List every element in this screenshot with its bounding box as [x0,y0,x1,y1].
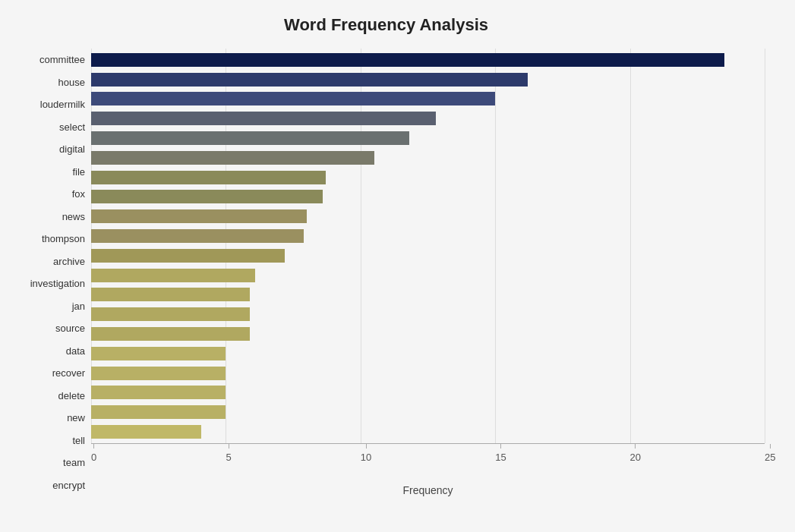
bar-house [91,73,528,87]
y-label-jan: jan [72,296,85,316]
x-tick-15: 15 [495,444,506,463]
bar-row-committee [91,52,765,68]
bar-committee [91,53,724,67]
bar-row-team [91,404,765,420]
x-tick-10: 10 [361,444,371,463]
bar-fox [91,171,326,184]
y-label-investigation: investigation [30,274,85,294]
bar-row-select [91,110,765,127]
bar-row-loudermilk [91,90,765,107]
y-label-news: news [62,206,85,226]
x-tick-5: 5 [226,444,231,463]
y-label-team: team [63,453,85,473]
x-tick-label-5: 5 [226,452,231,463]
bar-file [91,151,374,165]
bar-row-archive [91,228,765,244]
bar-tell [91,386,226,399]
bar-data [91,307,250,321]
y-label-source: source [55,319,85,338]
chart-area: committeehouseloudermilkselectdigitalfil… [8,49,765,496]
y-label-thompson: thompson [42,229,85,249]
bar-recover [91,327,250,341]
bar-investigation [91,249,285,263]
bar-row-investigation [91,247,765,264]
bar-encrypt [91,425,201,439]
y-label-data: data [66,341,85,360]
bar-row-file [91,150,765,166]
y-label-fox: fox [72,184,85,204]
y-label-recover: recover [52,364,85,383]
bar-row-encrypt [91,423,765,440]
x-tick-label-25: 25 [765,452,775,463]
y-label-tell: tell [72,430,85,450]
x-tick-line [366,444,367,449]
y-label-house: house [58,72,85,92]
bar-row-recover [91,326,765,342]
y-label-archive: archive [53,251,85,271]
x-tick-0: 0 [91,444,96,463]
bar-row-digital [91,130,765,146]
bar-row-source [91,286,765,303]
bars-and-xaxis: 0510152025 Frequency [91,49,765,496]
x-tick-label-0: 0 [91,452,96,463]
grid-line [765,49,765,443]
bars-section [91,49,765,443]
y-label-committee: committee [39,50,85,70]
bar-row-news [91,188,765,205]
x-tick-25: 25 [765,444,775,463]
bar-team [91,405,226,419]
y-label-file: file [72,162,85,181]
x-tick-line [229,444,229,449]
bar-row-tell [91,384,765,401]
bars-list [91,49,765,443]
y-label-encrypt: encrypt [52,475,85,495]
x-tick-label-10: 10 [361,452,371,463]
bar-row-jan [91,267,765,284]
x-tick-line [635,444,636,449]
y-label-loudermilk: loudermilk [40,95,85,115]
x-axis-title: Frequency [91,484,765,496]
x-tick-label-20: 20 [630,452,641,463]
bar-row-house [91,71,765,88]
bar-delete [91,347,226,360]
x-axis: 0510152025 [91,443,765,481]
bar-new [91,367,226,380]
bar-row-delete [91,345,765,362]
bar-archive [91,229,304,243]
bar-loudermilk [91,92,495,105]
x-tick-20: 20 [630,444,641,463]
x-tick-label-15: 15 [495,452,506,463]
y-axis: committeehouseloudermilkselectdigitalfil… [8,49,91,496]
bar-row-fox [91,169,765,186]
chart-title: Word Frequency Analysis [8,15,765,35]
bar-news [91,190,323,203]
y-label-delete: delete [58,386,85,405]
bar-digital [91,131,409,145]
y-label-digital: digital [59,140,85,159]
bar-row-thompson [91,208,765,225]
bar-source [91,288,250,301]
bar-jan [91,269,255,282]
y-label-new: new [67,408,85,428]
x-tick-line [770,444,771,449]
bar-row-data [91,306,765,323]
x-tick-line [93,444,94,449]
x-tick-line [500,444,501,449]
chart-container: Word Frequency Analysis committeehouselo… [0,0,795,532]
bar-row-new [91,365,765,382]
bar-thompson [91,209,307,223]
bar-select [91,112,436,125]
y-label-select: select [59,117,85,137]
